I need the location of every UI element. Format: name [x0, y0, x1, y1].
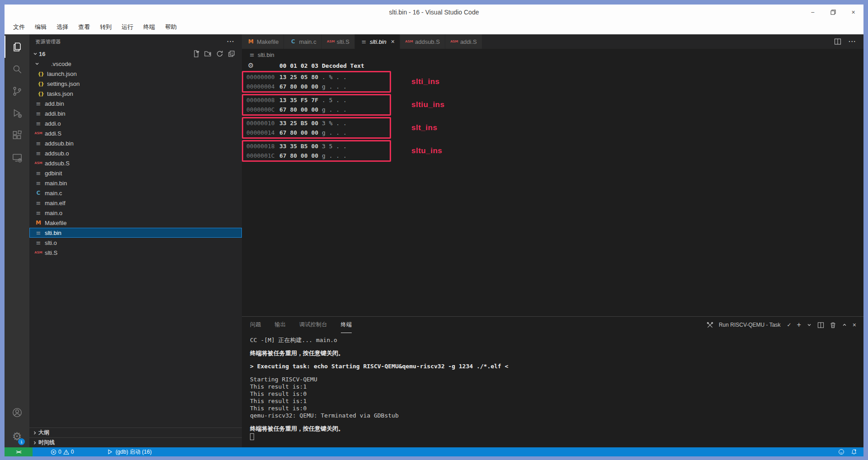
annotation-label: slti_ins — [411, 77, 440, 86]
kill-terminal-icon[interactable] — [830, 322, 836, 329]
panel-tab[interactable]: 问题 — [250, 317, 261, 333]
file-name: addi.bin — [45, 110, 66, 117]
hex-bytes[interactable]: 13 25 05 80 — [279, 74, 322, 80]
tree-item[interactable]: {} tasks.json — [29, 89, 242, 99]
decoded-text: g . . . — [322, 129, 347, 136]
more-actions-icon[interactable]: ··· — [849, 38, 856, 45]
tree-item[interactable]: M Makefile — [29, 218, 242, 228]
chevron-down-icon[interactable] — [807, 322, 812, 328]
editor-tab[interactable]: ASM addsub.S — [400, 34, 445, 49]
panel-tab[interactable]: 调试控制台 — [299, 317, 327, 333]
file-type-icon: ASM — [34, 251, 42, 254]
menu-item[interactable]: 终端 — [140, 21, 159, 33]
new-file-icon[interactable] — [193, 50, 200, 57]
tree-item[interactable]: ≡ addsub.o — [29, 148, 242, 158]
hex-bytes[interactable]: 33 25 B5 00 — [279, 120, 322, 127]
editor-tab[interactable]: ASM addi.S — [445, 34, 482, 49]
menu-item[interactable]: 查看 — [75, 21, 94, 33]
breadcrumb-item[interactable]: slti.bin — [258, 52, 274, 58]
settings-button[interactable]: ⚙ 1 — [5, 425, 29, 447]
tree-item[interactable]: ≡ main.bin — [29, 178, 242, 188]
terminal-line: qemu-riscv32: QEMU: Terminated via GDBst… — [250, 412, 863, 419]
tree-item[interactable]: C main.c — [29, 188, 242, 198]
notifications-bell-icon[interactable] — [851, 449, 857, 455]
activity-remote-explorer-button[interactable] — [5, 146, 29, 169]
hex-row[interactable]: 00000014 67 80 00 00 g . . . — [243, 128, 390, 137]
timeline-section[interactable]: 时间线 — [29, 437, 242, 447]
terminal-output[interactable]: CC -[M] 正在构建... main.o终端将被任务重用，按任意键关闭。> … — [242, 333, 863, 447]
tree-item[interactable]: .vscode — [29, 59, 242, 69]
close-panel-icon[interactable]: × — [853, 321, 856, 329]
hex-bytes[interactable]: 67 80 00 00 — [279, 129, 322, 136]
minimize-button[interactable]: − — [802, 5, 823, 20]
editor-tab[interactable]: C main.c — [284, 34, 321, 49]
menu-item[interactable]: 文件 — [9, 21, 28, 33]
activity-source-control-button[interactable] — [5, 80, 29, 102]
activity-run-debug-button[interactable] — [5, 102, 29, 124]
remote-indicator[interactable]: >< — [5, 447, 33, 456]
tree-root-folder[interactable]: 16 — [29, 49, 242, 59]
sidebar-more-actions-button[interactable]: ··· — [227, 38, 235, 45]
tree-item[interactable]: ≡ add.bin — [29, 99, 242, 108]
hex-row[interactable]: 0000001C 67 80 00 00 g . . . — [243, 151, 390, 160]
hex-row[interactable]: 00000004 67 80 00 00 g . . . — [243, 82, 390, 91]
tree-item[interactable]: ≡ main.o — [29, 208, 242, 218]
hex-bytes[interactable]: 67 80 00 00 — [279, 83, 322, 90]
split-editor-icon[interactable] — [834, 38, 841, 45]
activity-explorer-button[interactable] — [5, 36, 29, 58]
terminal-task-label[interactable]: Run RISCV-QEMU - Task — [719, 322, 780, 328]
tree-item[interactable]: ASM slti.S — [29, 248, 242, 258]
tree-item[interactable]: ≡ slti.bin — [29, 228, 242, 238]
hex-bytes[interactable]: 67 80 00 00 — [279, 106, 322, 113]
maximize-panel-icon[interactable] — [842, 322, 847, 328]
close-window-button[interactable]: × — [843, 5, 863, 20]
tree-item[interactable]: ≡ main.elf — [29, 198, 242, 208]
menu-item[interactable]: 选择 — [53, 21, 72, 33]
editor-tab[interactable]: M Makefile — [242, 34, 284, 49]
panel-tab[interactable]: 终端 — [341, 317, 352, 333]
gear-icon[interactable]: ⚙ — [248, 61, 255, 70]
restore-icon — [830, 9, 836, 15]
editor-tab[interactable]: ≡ slti.bin × — [355, 34, 400, 49]
new-folder-icon[interactable] — [204, 50, 212, 57]
hex-row[interactable]: 00000010 33 25 B5 00 3 % . . — [243, 118, 390, 128]
hex-row[interactable]: 00000018 33 35 B5 00 3 5 . . — [243, 141, 390, 151]
editor-tab[interactable]: ASM slti.S — [322, 34, 355, 49]
activity-extensions-button[interactable] — [5, 124, 29, 146]
hex-bytes[interactable]: 33 35 B5 00 — [279, 143, 322, 150]
problems-status[interactable]: 0 0 — [48, 447, 76, 456]
close-tab-icon[interactable]: × — [391, 38, 395, 45]
activity-search-button[interactable] — [5, 58, 29, 80]
restore-button[interactable] — [823, 5, 843, 20]
hex-row[interactable]: 0000000C 67 80 00 00 g . . . — [243, 105, 390, 114]
menu-item[interactable]: 运行 — [118, 21, 137, 33]
menu-item[interactable]: 编辑 — [31, 21, 50, 33]
account-button[interactable] — [5, 401, 29, 423]
tree-item[interactable]: ASM addi.S — [29, 128, 242, 138]
split-terminal-icon[interactable] — [817, 322, 824, 329]
debug-status[interactable]: (gdb) 启动 (16) — [104, 447, 154, 456]
outline-section[interactable]: 大纲 — [29, 427, 242, 437]
tree-item[interactable]: ≡ addsub.bin — [29, 138, 242, 148]
tree-item[interactable]: ≡ addi.bin — [29, 108, 242, 118]
tree-item[interactable]: {} launch.json — [29, 69, 242, 79]
hex-row[interactable]: 00000000 13 25 05 80 . % . . — [243, 72, 390, 82]
remote-icon: >< — [16, 449, 21, 455]
hex-bytes[interactable]: 13 35 F5 7F — [279, 97, 322, 103]
tree-item[interactable]: ASM addsub.S — [29, 158, 242, 168]
tree-item[interactable]: ≡ slti.o — [29, 238, 242, 248]
tree-item[interactable]: {} settings.json — [29, 79, 242, 89]
feedback-icon[interactable] — [838, 449, 844, 455]
menu-item[interactable]: 转到 — [96, 21, 115, 33]
new-terminal-button[interactable]: + — [797, 321, 801, 329]
panel-tab[interactable]: 输出 — [275, 317, 286, 333]
hex-bytes[interactable]: 67 80 00 00 — [279, 152, 322, 159]
tree-item[interactable]: ≡ gdbinit — [29, 168, 242, 178]
hex-row[interactable]: 00000008 13 35 F5 7F . 5 . . — [243, 95, 390, 105]
tree-item[interactable]: ≡ addi.o — [29, 118, 242, 128]
file-type-icon: M — [247, 38, 255, 45]
breadcrumb[interactable]: ≡ slti.bin — [242, 49, 863, 61]
refresh-icon[interactable] — [216, 50, 223, 57]
menu-item[interactable]: 帮助 — [161, 21, 180, 33]
collapse-all-icon[interactable] — [228, 50, 235, 57]
